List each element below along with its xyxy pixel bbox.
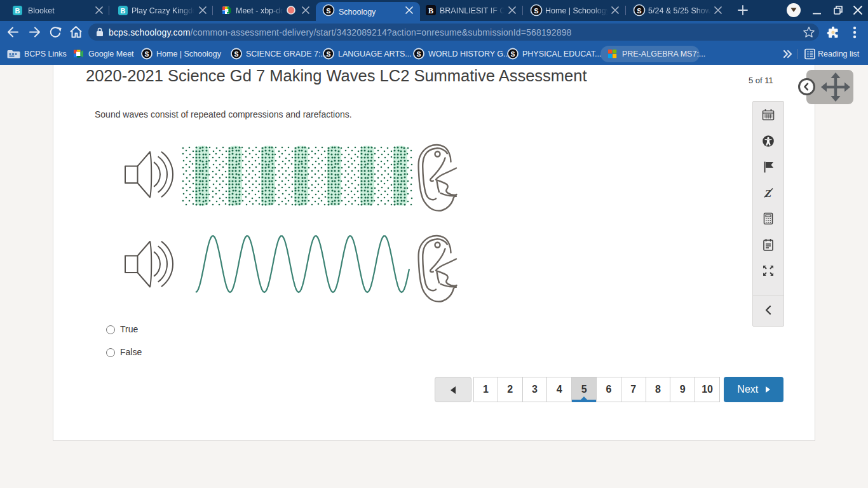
svg-text:S: S <box>234 50 238 58</box>
svg-text:S: S <box>637 7 641 15</box>
svg-text:S: S <box>326 7 330 15</box>
svg-text:S: S <box>510 50 515 58</box>
svg-text:S: S <box>534 7 538 15</box>
svg-text:S: S <box>416 50 421 58</box>
svg-text:B: B <box>121 7 126 15</box>
svg-text:B: B <box>428 6 433 15</box>
svg-text:S: S <box>144 50 149 58</box>
svg-text:B: B <box>15 7 20 15</box>
